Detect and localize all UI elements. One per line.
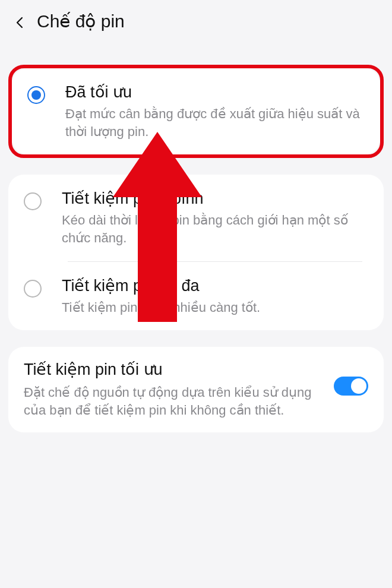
page-title: Chế độ pin xyxy=(37,11,125,31)
adaptive-card: Tiết kiệm pin tối ưu Đặt chế độ nguồn tự… xyxy=(8,347,384,432)
option-group: Tiết kiệm pin tr.bình Kéo dài thời lượng… xyxy=(8,175,384,330)
toggle-title: Tiết kiệm pin tối ưu xyxy=(24,360,327,379)
option-text: Tiết kiệm pin tr.bình Kéo dài thời lượng… xyxy=(62,189,368,246)
switch-on-icon[interactable] xyxy=(334,377,368,396)
option-desc: Kéo dài thời lượng pin bằng cách giới hạ… xyxy=(62,211,368,246)
radio-icon[interactable] xyxy=(24,280,42,298)
option-title: Tiết kiệm pin tối đa xyxy=(62,276,368,295)
option-text: Đã tối ưu Đạt mức cân bằng được đề xuất … xyxy=(65,83,365,140)
highlight-box: Đã tối ưu Đạt mức cân bằng được đề xuất … xyxy=(8,65,384,158)
header: Chế độ pin xyxy=(0,0,392,42)
adaptive-toggle-row[interactable]: Tiết kiệm pin tối ưu Đặt chế độ nguồn tự… xyxy=(8,347,384,432)
option-optimized[interactable]: Đã tối ưu Đạt mức cân bằng được đề xuất … xyxy=(12,68,380,154)
option-max-save[interactable]: Tiết kiệm pin tối đa Tiết kiệm pin càng … xyxy=(8,262,384,331)
radio-icon[interactable] xyxy=(27,86,45,104)
option-medium-save[interactable]: Tiết kiệm pin tr.bình Kéo dài thời lượng… xyxy=(8,175,384,261)
option-text: Tiết kiệm pin tối đa Tiết kiệm pin càng … xyxy=(62,276,368,317)
option-desc: Đạt mức cân bằng được đề xuất giữa hiệu … xyxy=(65,105,365,140)
toggle-text: Tiết kiệm pin tối ưu Đặt chế độ nguồn tự… xyxy=(24,360,334,419)
option-desc: Tiết kiệm pin càng nhiều càng tốt. xyxy=(62,299,368,317)
option-group-highlight: Đã tối ưu Đạt mức cân bằng được đề xuất … xyxy=(12,68,380,154)
back-icon[interactable] xyxy=(13,15,25,27)
option-title: Tiết kiệm pin tr.bình xyxy=(62,189,368,208)
option-title: Đã tối ưu xyxy=(65,83,365,102)
toggle-desc: Đặt chế độ nguồn tự động dựa trên kiểu s… xyxy=(24,384,327,419)
radio-icon[interactable] xyxy=(24,192,42,210)
